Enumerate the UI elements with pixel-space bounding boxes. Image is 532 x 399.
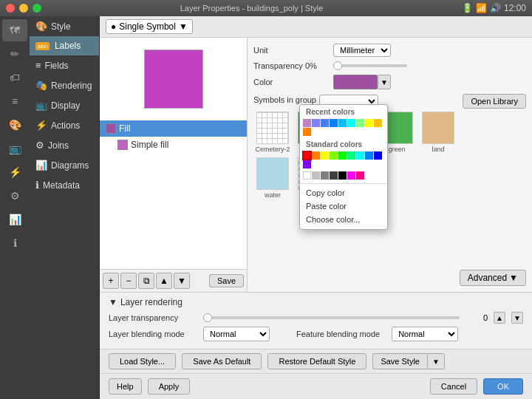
nav-item-rendering[interactable]: 🎭 Rendering	[30, 75, 99, 95]
window-title: Layer Properties - buildings_poly | Styl…	[46, 4, 457, 13]
feature-blending-select[interactable]: Normal Multiply Screen	[392, 327, 458, 341]
help-button[interactable]: Help	[109, 378, 142, 395]
std-swatch-11[interactable]	[312, 171, 320, 180]
minimize-button[interactable]	[19, 4, 28, 13]
nav-item-actions[interactable]: ⚡ Actions	[30, 115, 99, 135]
remove-symbol-button[interactable]: −	[120, 273, 137, 289]
save-symbol-button[interactable]: Save	[209, 274, 244, 287]
advanced-button[interactable]: Advanced ▼	[460, 270, 526, 286]
apply-button[interactable]: Apply	[148, 378, 191, 395]
nav-item-fields[interactable]: ≡ Fields	[30, 55, 99, 75]
fill-label: Fill	[119, 123, 130, 134]
std-swatch-2[interactable]	[321, 151, 329, 160]
std-swatch-5[interactable]	[347, 151, 355, 160]
save-style-button[interactable]: Save Style	[372, 353, 427, 369]
std-swatch-8[interactable]	[374, 151, 382, 160]
symbol-tree-simple-fill[interactable]: Simple fill	[100, 137, 247, 153]
sidebar-icon-display[interactable]: 📺	[2, 137, 27, 160]
std-swatch-15[interactable]	[347, 171, 355, 180]
recent-swatch-0[interactable]	[303, 119, 311, 127]
choose-color-menu-item[interactable]: Choose color...	[300, 213, 387, 226]
color-row: Color ▼	[253, 75, 526, 89]
ok-button[interactable]: OK	[483, 378, 523, 395]
recent-swatch-2[interactable]	[321, 119, 329, 127]
color-dropdown-arrow[interactable]: ▼	[378, 75, 391, 89]
sidebar-icon-edit[interactable]: ✏	[2, 43, 27, 65]
sidebar-icon-diagrams[interactable]: 📊	[2, 208, 27, 231]
std-swatch-1[interactable]	[312, 151, 320, 160]
symbol-grid-row2: water wine	[253, 157, 526, 199]
layer-transparency-stepper-up[interactable]: ▲	[494, 312, 505, 324]
layer-transparency-stepper-down[interactable]: ▼	[511, 312, 523, 324]
recent-swatch-7[interactable]	[365, 119, 373, 127]
unit-select[interactable]: Millimeter Pixel Map unit	[333, 44, 391, 57]
close-button[interactable]	[6, 4, 15, 13]
standard-colors-label: Standard colors	[300, 137, 387, 150]
move-down-button[interactable]: ▼	[174, 273, 190, 289]
nav-item-display[interactable]: 📺 Display	[30, 95, 99, 115]
properties-area: Fill Simple fill + − ⧉ ▲ ▼ Save	[100, 38, 532, 292]
symbol-grid-item-land[interactable]: land	[419, 112, 457, 153]
nav-item-joins[interactable]: ⚙ Joins	[30, 135, 99, 155]
transparency-slider[interactable]	[333, 64, 407, 67]
std-swatch-9[interactable]	[303, 160, 311, 168]
layer-blending-select[interactable]: Normal Multiply Screen	[203, 327, 270, 341]
load-style-button[interactable]: Load Style...	[109, 353, 176, 369]
recent-swatch-3[interactable]	[330, 119, 338, 127]
recent-swatch-1[interactable]	[312, 119, 320, 127]
symbol-grid-item-water[interactable]: water	[253, 157, 292, 199]
nav-item-diagrams[interactable]: 📊 Diagrams	[30, 155, 99, 175]
layer-transparency-slider[interactable]	[203, 316, 460, 319]
restore-default-button[interactable]: Restore Default Style	[267, 353, 366, 369]
std-swatch-4[interactable]	[338, 151, 347, 160]
std-swatch-10[interactable]	[303, 171, 311, 180]
sidebar-icon-settings[interactable]: ⚙	[2, 185, 27, 207]
recent-swatch-5[interactable]	[347, 119, 355, 127]
open-library-button[interactable]: Open Library	[463, 94, 526, 109]
green-label: green	[388, 146, 405, 153]
std-swatch-0[interactable]	[303, 151, 311, 160]
symbol-type-arrow[interactable]: ▼	[179, 21, 188, 32]
symbol-grid-item-cemetery[interactable]: Cemetery-2	[253, 112, 292, 153]
joins-icon: ⚙	[35, 140, 44, 151]
recent-swatch-8[interactable]	[374, 119, 382, 127]
sidebar-icon-style[interactable]: 🎨	[2, 114, 27, 136]
recent-swatch-9[interactable]	[303, 128, 311, 136]
layer-rendering-header[interactable]: ▼ Layer rendering	[109, 297, 523, 307]
add-symbol-button[interactable]: +	[103, 273, 119, 289]
std-swatch-13[interactable]	[330, 171, 338, 180]
symbol-tree-fill[interactable]: Fill	[100, 120, 247, 137]
symbol-type-select[interactable]: ● Single Symbol ▼	[106, 19, 193, 34]
std-swatch-14[interactable]	[338, 171, 347, 180]
symbol-tree: Fill Simple fill	[100, 120, 247, 269]
water-label: water	[265, 191, 281, 199]
cancel-button[interactable]: Cancel	[430, 378, 477, 395]
nav-label-style: Style	[51, 21, 71, 32]
move-up-button[interactable]: ▲	[156, 273, 172, 289]
sidebar-icon-info[interactable]: ℹ	[2, 232, 27, 254]
standard-swatches-row2	[300, 170, 387, 181]
recent-swatch-4[interactable]	[338, 119, 347, 127]
menu-divider	[300, 183, 387, 184]
std-swatch-7[interactable]	[365, 151, 373, 160]
std-swatch-3[interactable]	[330, 151, 338, 160]
std-swatch-16[interactable]	[356, 171, 364, 180]
std-swatch-12[interactable]	[321, 171, 329, 180]
color-button[interactable]	[333, 75, 378, 89]
std-swatch-6[interactable]	[356, 151, 364, 160]
nav-item-metadata[interactable]: ℹ Metadata	[30, 175, 99, 195]
sidebar-icon-actions[interactable]: ⚡	[2, 161, 27, 183]
save-style-arrow-button[interactable]: ▼	[427, 353, 445, 369]
recent-swatch-6[interactable]	[356, 119, 364, 127]
nav-item-style[interactable]: 🎨 Style	[30, 16, 99, 36]
copy-color-menu-item[interactable]: Copy color	[300, 186, 387, 200]
save-as-default-button[interactable]: Save As Default	[182, 353, 262, 369]
paste-color-menu-item[interactable]: Paste color	[300, 200, 387, 213]
nav-label-diagrams: Diagrams	[51, 160, 89, 171]
maximize-button[interactable]	[33, 4, 41, 13]
sidebar-icon-label[interactable]: 🏷	[2, 66, 27, 89]
sidebar-icon-fields[interactable]: ≡	[2, 90, 27, 112]
duplicate-symbol-button[interactable]: ⧉	[138, 273, 154, 289]
nav-item-labels[interactable]: abc Labels	[30, 36, 99, 55]
sidebar-icon-map[interactable]: 🗺	[2, 19, 27, 41]
